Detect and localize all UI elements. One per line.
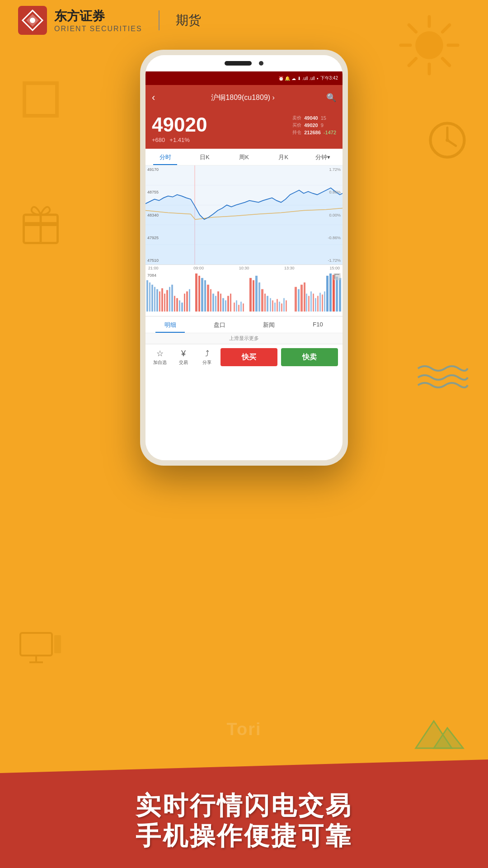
- svg-rect-69: [295, 287, 297, 311]
- volume-label: 7084: [147, 273, 156, 278]
- ask-label: 卖价: [292, 115, 301, 121]
- svg-rect-16: [20, 633, 52, 656]
- svg-rect-66: [261, 289, 263, 312]
- svg-rect-77: [339, 278, 341, 311]
- share-button[interactable]: ⤴ 分享: [197, 349, 217, 366]
- main-price: 49020: [152, 115, 207, 135]
- tagline-line2: 手机操作便捷可靠: [136, 821, 352, 851]
- y-axis-labels: 49170 48755 48340 47925 47510: [147, 165, 159, 264]
- phone-screen: ⏰ 🔔 ☁ ⬇ .ull .ull ▪ 下午3:42 ‹ 沪铜1809(cu18…: [145, 55, 343, 460]
- tori-watermark: Tori: [227, 720, 262, 739]
- svg-rect-95: [315, 298, 316, 311]
- svg-rect-41: [174, 296, 175, 311]
- volume-chart: 7084: [145, 271, 343, 316]
- top-bar: 东方证券 ORIENT SECURITIES 期货: [0, 0, 488, 41]
- tab-明细[interactable]: 明细: [145, 316, 195, 333]
- tab-日K[interactable]: 日K: [185, 149, 224, 165]
- svg-rect-51: [204, 280, 206, 311]
- price-chart-svg: [145, 165, 343, 264]
- svg-rect-81: [240, 302, 242, 311]
- svg-rect-98: [322, 294, 323, 311]
- svg-rect-75: [333, 275, 335, 311]
- quick-buy-button[interactable]: 快买: [221, 348, 277, 366]
- svg-rect-36: [161, 288, 163, 311]
- tab-盘口[interactable]: 盘口: [195, 316, 244, 333]
- svg-rect-79: [236, 300, 237, 311]
- svg-rect-92: [308, 296, 310, 311]
- svg-rect-57: [220, 294, 221, 312]
- watchlist-label: 加自选: [153, 359, 167, 366]
- svg-rect-86: [277, 299, 278, 311]
- svg-rect-99: [324, 292, 325, 312]
- tab-分时[interactable]: 分时: [145, 149, 185, 165]
- camera: [259, 61, 263, 66]
- back-button[interactable]: ‹: [152, 92, 155, 104]
- show-more-banner: 上滑显示更多: [145, 333, 343, 344]
- svg-rect-93: [310, 292, 312, 312]
- svg-rect-78: [234, 302, 235, 311]
- hold-change: -1472: [324, 130, 336, 135]
- svg-rect-58: [222, 298, 224, 311]
- svg-rect-96: [317, 296, 319, 311]
- bid-count: 9: [321, 123, 324, 128]
- ask-value: 49040: [304, 115, 318, 121]
- svg-rect-76: [336, 277, 338, 311]
- hold-value: 212686: [304, 130, 321, 135]
- tab-分钟[interactable]: 分钟▾: [303, 149, 343, 165]
- svg-rect-59: [225, 300, 226, 311]
- tagline-line1: 实时行情闪电交易: [136, 790, 352, 821]
- company-sub: ORIENT SECURITIES: [54, 25, 142, 33]
- svg-rect-94: [313, 294, 314, 312]
- phone-notch: [145, 55, 343, 71]
- svg-rect-55: [215, 296, 216, 311]
- tagline-section: 实时行情闪电交易 手机操作便捷可靠: [0, 741, 488, 868]
- svg-rect-72: [304, 283, 305, 311]
- price-change: +680: [152, 137, 165, 143]
- futures-label: 期货: [176, 12, 201, 29]
- svg-rect-43: [179, 300, 180, 311]
- svg-rect-35: [159, 292, 160, 312]
- speaker: [225, 61, 252, 66]
- svg-rect-64: [255, 276, 258, 311]
- svg-line-6: [442, 58, 449, 65]
- watchlist-button[interactable]: ☆ 加自选: [150, 349, 170, 366]
- svg-point-23: [30, 18, 35, 23]
- chart-area: 49170 48755 48340 47925 47510 1.72% 0.86…: [145, 165, 343, 460]
- svg-rect-37: [164, 294, 165, 312]
- red-brush-bg: 实时行情闪电交易 手机操作便捷可靠: [0, 760, 488, 868]
- svg-rect-45: [184, 294, 185, 312]
- svg-line-8: [409, 58, 416, 65]
- svg-rect-65: [258, 283, 260, 311]
- status-icons: ⏰ 🔔 ☁ ⬇ .ull .ull ▪ 下午3:42: [278, 75, 338, 81]
- tab-新闻[interactable]: 新闻: [244, 316, 293, 333]
- tab-月K[interactable]: 月K: [264, 149, 303, 165]
- tab-周K[interactable]: 周K: [224, 149, 263, 165]
- search-button[interactable]: 🔍: [326, 93, 336, 103]
- svg-rect-71: [300, 285, 303, 311]
- phone-mockup: ⏰ 🔔 ☁ ⬇ .ull .ull ▪ 下午3:42 ‹ 沪铜1809(cu18…: [140, 50, 348, 466]
- svg-rect-90: [286, 300, 287, 311]
- svg-rect-31: [149, 283, 150, 311]
- trade-button[interactable]: ¥ 交易: [174, 349, 193, 366]
- action-bar: ☆ 加自选 ¥ 交易 ⤴ 分享 快买 快卖: [145, 344, 343, 370]
- bid-label: 买价: [292, 122, 301, 128]
- svg-rect-84: [272, 300, 273, 311]
- svg-marker-29: [145, 188, 343, 264]
- svg-rect-44: [181, 302, 183, 311]
- svg-rect-32: [151, 285, 153, 311]
- svg-rect-56: [217, 292, 219, 312]
- price-section: 49020 +680 +1.41% 卖价 49040 15: [145, 110, 343, 149]
- svg-rect-61: [230, 294, 231, 312]
- svg-point-12: [446, 138, 449, 142]
- price-change-pct: +1.41%: [169, 137, 189, 143]
- quick-sell-button[interactable]: 快卖: [281, 348, 338, 366]
- app-header: ‹ 沪铜1809(cu1809) › 🔍: [145, 85, 343, 110]
- svg-rect-87: [279, 302, 280, 311]
- share-label: 分享: [202, 359, 211, 366]
- svg-rect-38: [166, 290, 168, 312]
- svg-rect-30: [146, 280, 148, 311]
- status-time: 下午3:42: [320, 75, 338, 81]
- tab-F10[interactable]: F10: [293, 316, 343, 333]
- svg-rect-46: [186, 292, 188, 312]
- svg-rect-68: [267, 296, 268, 311]
